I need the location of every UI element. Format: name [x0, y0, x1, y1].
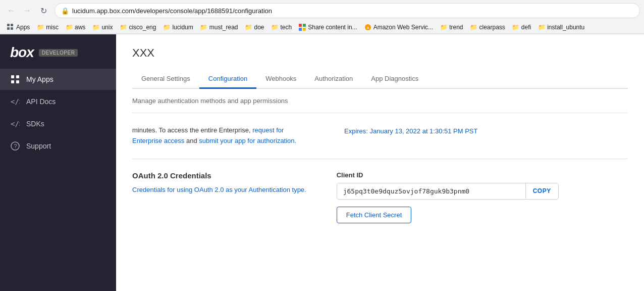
bookmark-must-read[interactable]: 📁 must_read	[197, 23, 241, 32]
tab-webhooks[interactable]: Webhooks	[256, 70, 305, 89]
sidebar: box DEVELOPER My Apps </>	[0, 34, 116, 291]
submit-app-link[interactable]: submit your app for authorization.	[199, 137, 296, 144]
client-id-value[interactable]: j65pq3t0e9dquz5ovjof78guk9b3pnm0	[337, 183, 525, 199]
bookmark-amazon[interactable]: a Amazon Web Servic...	[361, 23, 437, 32]
box-logo: box	[10, 44, 34, 61]
svg-text:a: a	[367, 26, 369, 29]
svg-rect-7	[303, 28, 306, 31]
browser-toolbar: ← → ↻ 🔒 lucidum.app.box.com/developers/c…	[0, 0, 644, 21]
folder-icon: 📁	[37, 24, 44, 31]
fetch-secret-button[interactable]: Fetch Client Secret	[337, 207, 412, 223]
tab-authorization[interactable]: Authorization	[305, 70, 362, 89]
sidebar-item-my-apps[interactable]: My Apps	[0, 69, 116, 90]
browser-chrome: ← → ↻ 🔒 lucidum.app.box.com/developers/c…	[0, 0, 644, 34]
bookmark-install-ubuntu[interactable]: 📁 install_ubuntu	[535, 23, 587, 32]
sidebar-support-label: Support	[26, 142, 51, 150]
bookmark-clearpass-label: clearpass	[479, 24, 505, 31]
svg-rect-11	[16, 75, 19, 78]
bookmark-share-content[interactable]: Share content in...	[296, 23, 360, 32]
lock-icon: 🔒	[61, 7, 69, 15]
share-content-icon	[299, 24, 306, 31]
bookmark-misc-label: misc	[46, 24, 59, 31]
apps-grid-icon	[7, 24, 14, 31]
oauth-link[interactable]: OAuth 2.0	[194, 186, 224, 193]
bookmark-doe-label: doe	[254, 24, 264, 31]
folder-icon-defi: 📁	[512, 24, 519, 31]
folder-icon-mustread: 📁	[200, 24, 207, 31]
bookmark-share-label: Share content in...	[308, 24, 357, 31]
reload-button[interactable]: ↻	[36, 4, 50, 18]
code-icon-sdk: </>	[10, 119, 20, 128]
bookmark-cisco[interactable]: 📁 cisco_eng	[117, 23, 159, 32]
bookmark-unix-label: unix	[101, 24, 113, 31]
url-text: lucidum.app.box.com/developers/console/a…	[72, 7, 633, 15]
tabs: General Settings Configuration Webhooks …	[132, 70, 628, 89]
expires-text: Expires: January 13, 2022 at 1:30:51 PM …	[344, 125, 477, 135]
developer-badge: DEVELOPER	[39, 49, 78, 57]
main-layout: box DEVELOPER My Apps </>	[0, 34, 644, 291]
svg-rect-12	[11, 80, 14, 83]
svg-text:?: ?	[14, 143, 17, 149]
tab-configuration[interactable]: Configuration	[199, 70, 256, 89]
sidebar-my-apps-label: My Apps	[26, 75, 53, 83]
bookmark-aws-label: aws	[75, 24, 85, 31]
back-button[interactable]: ←	[4, 4, 18, 18]
client-id-label: Client ID	[337, 171, 628, 179]
bookmark-tech-label: tech	[281, 24, 292, 31]
bookmark-apps[interactable]: Apps	[4, 23, 33, 32]
address-bar[interactable]: 🔒 lucidum.app.box.com/developers/console…	[55, 3, 640, 18]
oauth-right-panel: Client ID j65pq3t0e9dquz5ovjof78guk9b3pn…	[337, 171, 628, 223]
bookmark-doe[interactable]: 📁 doe	[242, 23, 267, 32]
svg-rect-0	[7, 24, 10, 26]
copy-button[interactable]: COPY	[525, 183, 558, 199]
tab-general-settings[interactable]: General Settings	[132, 70, 199, 89]
bookmark-tech[interactable]: 📁 tech	[269, 23, 295, 32]
tab-app-diagnostics[interactable]: App Diagnostics	[362, 70, 427, 89]
folder-icon-ubuntu: 📁	[538, 24, 545, 31]
bookmark-ubuntu-label: install_ubuntu	[547, 24, 584, 31]
page-title: XXX	[132, 46, 628, 60]
bookmark-defi[interactable]: 📁 defi	[509, 23, 534, 32]
bookmarks-bar: Apps 📁 misc 📁 aws 📁 unix 📁 cisco_eng 📁 l…	[0, 21, 644, 34]
bookmark-misc[interactable]: 📁 misc	[34, 23, 62, 32]
bookmark-apps-label: Apps	[16, 24, 30, 31]
sidebar-item-api-docs[interactable]: </> API Docs	[0, 91, 116, 112]
enterprise-section: minutes. To access the entire Enterprise…	[132, 121, 628, 151]
folder-icon-trend: 📁	[440, 24, 447, 31]
folder-icon-aws: 📁	[66, 24, 73, 31]
oauth-left-panel: OAuth 2.0 Credentials Credentials for us…	[132, 171, 306, 195]
nav-buttons: ← → ↻	[4, 4, 50, 18]
folder-icon-unix: 📁	[92, 24, 99, 31]
bookmark-unix[interactable]: 📁 unix	[89, 23, 116, 32]
folder-icon-lucidum: 📁	[163, 24, 170, 31]
sidebar-nav: My Apps </> API Docs </> SDKs	[0, 69, 116, 157]
enterprise-text: minutes. To access the entire Enterprise…	[132, 125, 314, 147]
svg-rect-4	[299, 24, 302, 27]
folder-icon-clearpass: 📁	[470, 24, 477, 31]
bookmark-lucidum[interactable]: 📁 lucidum	[160, 23, 196, 32]
bookmark-aws[interactable]: 📁 aws	[63, 23, 88, 32]
svg-rect-6	[299, 28, 302, 31]
svg-rect-2	[7, 27, 10, 30]
content-area: XXX General Settings Configuration Webho…	[116, 34, 644, 291]
sidebar-api-docs-label: API Docs	[26, 98, 56, 106]
bookmark-cisco-label: cisco_eng	[129, 24, 156, 31]
forward-button[interactable]: →	[20, 4, 34, 18]
bookmark-clearpass[interactable]: 📁 clearpass	[467, 23, 508, 32]
question-icon: ?	[10, 141, 20, 151]
svg-rect-13	[16, 80, 19, 83]
sidebar-item-support[interactable]: ? Support	[0, 135, 116, 157]
svg-rect-3	[11, 27, 13, 30]
section-description: Manage authentication methods and app pe…	[132, 97, 628, 105]
oauth-title: OAuth 2.0 Credentials	[132, 171, 306, 180]
svg-rect-10	[11, 75, 14, 78]
bookmark-mustread-label: must_read	[209, 24, 238, 31]
bookmark-trend[interactable]: 📁 trend	[437, 23, 466, 32]
sidebar-item-sdks[interactable]: </> SDKs	[0, 113, 116, 134]
folder-icon-cisco: 📁	[120, 24, 127, 31]
code-icon-api: </>	[10, 97, 20, 106]
svg-rect-1	[11, 24, 13, 26]
sidebar-logo-area: box DEVELOPER	[0, 34, 116, 69]
bookmark-defi-label: defi	[521, 24, 531, 31]
svg-rect-5	[303, 24, 306, 27]
